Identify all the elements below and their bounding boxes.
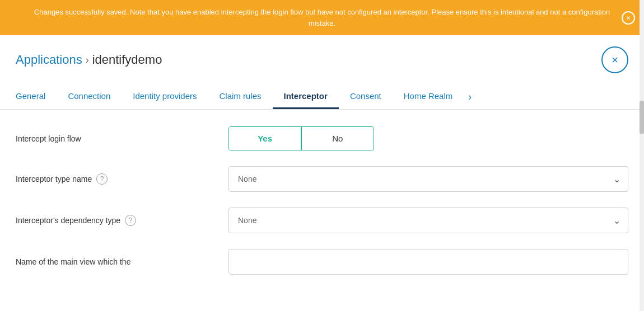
main-view-name-row: Name of the main view which the	[16, 249, 628, 275]
tab-identity-providers[interactable]: Identity providers	[122, 84, 208, 109]
tab-consent[interactable]: Consent	[339, 84, 393, 109]
scrollbar-thumb[interactable]	[640, 101, 644, 134]
breadcrumb: Applications › identifydemo	[16, 53, 162, 67]
tab-home-realm[interactable]: Home Realm	[393, 84, 464, 109]
tab-interceptor[interactable]: Interceptor	[273, 84, 339, 109]
breadcrumb-current: identifydemo	[92, 53, 162, 67]
alert-message: Changes successfully saved. Note that yo…	[34, 8, 610, 27]
main-view-name-label: Name of the main view which the	[16, 257, 228, 266]
scrollbar-track[interactable]	[640, 0, 644, 311]
intercept-login-flow-label: Intercept login flow	[16, 134, 228, 143]
interceptor-dependency-type-select[interactable]: None	[228, 208, 628, 233]
tab-general[interactable]: General	[16, 84, 57, 109]
tab-connection[interactable]: Connection	[57, 84, 122, 109]
close-icon: ×	[612, 54, 618, 67]
intercept-login-flow-toggle: Yes No	[228, 126, 374, 150]
form-content: Intercept login flow Yes No Interceptor …	[0, 110, 644, 307]
breadcrumb-separator: ›	[86, 54, 89, 66]
interceptor-type-name-select-wrapper: None ⌄	[228, 166, 628, 192]
main-view-name-input[interactable]	[228, 249, 628, 275]
interceptor-dependency-type-row: Interceptor's dependency type ? None ⌄	[16, 208, 628, 233]
tab-claim-rules[interactable]: Claim rules	[208, 84, 273, 109]
page-close-button[interactable]: ×	[601, 46, 628, 73]
page-header: Applications › identifydemo ×	[0, 35, 644, 79]
breadcrumb-parent[interactable]: Applications	[16, 53, 82, 67]
alert-close-button[interactable]: ×	[622, 11, 635, 25]
alert-banner: Changes successfully saved. Note that yo…	[0, 0, 644, 35]
interceptor-dependency-type-label: Interceptor's dependency type ?	[16, 215, 228, 226]
interceptor-type-name-row: Interceptor type name ? None ⌄	[16, 166, 628, 192]
interceptor-type-name-label: Interceptor type name ?	[16, 173, 228, 185]
interceptor-type-name-select[interactable]: None	[228, 166, 628, 192]
toggle-no-button[interactable]: No	[302, 127, 374, 150]
tabs-more-icon[interactable]: ›	[466, 87, 474, 107]
interceptor-dependency-type-select-wrapper: None ⌄	[228, 208, 628, 233]
tabs-container: General Connection Identity providers Cl…	[0, 84, 644, 110]
interceptor-dependency-type-help-icon[interactable]: ?	[125, 215, 136, 226]
interceptor-type-name-help-icon[interactable]: ?	[96, 173, 108, 185]
intercept-login-flow-row: Intercept login flow Yes No	[16, 126, 628, 150]
toggle-yes-button[interactable]: Yes	[229, 127, 301, 150]
